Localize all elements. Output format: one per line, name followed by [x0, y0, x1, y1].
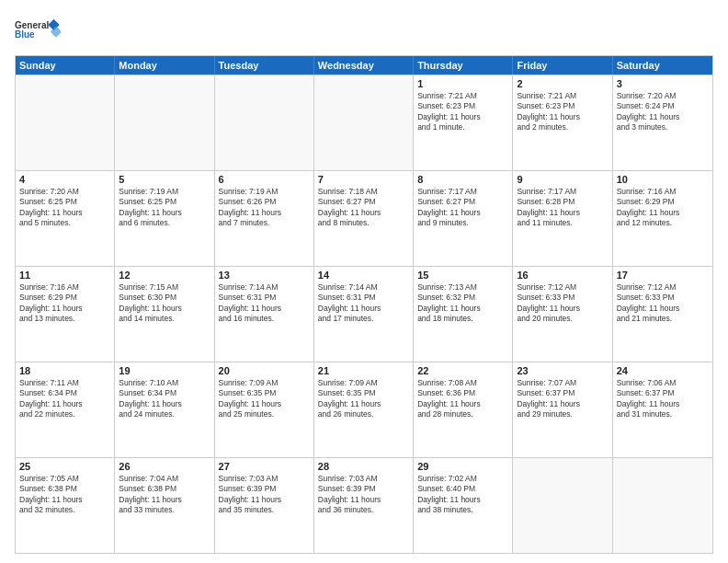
calendar-cell: 4Sunrise: 7:20 AM Sunset: 6:25 PM Daylig… — [16, 171, 115, 266]
calendar-cell: 9Sunrise: 7:17 AM Sunset: 6:28 PM Daylig… — [513, 171, 612, 266]
calendar-cell: 16Sunrise: 7:12 AM Sunset: 6:33 PM Dayli… — [513, 267, 612, 362]
calendar: SundayMondayTuesdayWednesdayThursdayFrid… — [15, 55, 713, 554]
calendar-cell: 27Sunrise: 7:03 AM Sunset: 6:39 PM Dayli… — [215, 458, 314, 553]
day-info: Sunrise: 7:17 AM Sunset: 6:28 PM Dayligh… — [517, 187, 608, 229]
day-number: 18 — [19, 365, 110, 376]
calendar-cell — [215, 75, 314, 170]
calendar-cell: 1Sunrise: 7:21 AM Sunset: 6:23 PM Daylig… — [414, 75, 513, 170]
calendar-row: 25Sunrise: 7:05 AM Sunset: 6:38 PM Dayli… — [16, 457, 712, 553]
calendar-row: 1Sunrise: 7:21 AM Sunset: 6:23 PM Daylig… — [16, 75, 712, 170]
day-number: 28 — [318, 461, 409, 472]
calendar-cell — [513, 458, 612, 553]
day-number: 23 — [517, 365, 608, 376]
calendar-cell: 10Sunrise: 7:16 AM Sunset: 6:29 PM Dayli… — [613, 171, 712, 266]
calendar-header-row: SundayMondayTuesdayWednesdayThursdayFrid… — [16, 56, 712, 75]
day-info: Sunrise: 7:11 AM Sunset: 6:34 PM Dayligh… — [19, 378, 110, 420]
calendar-cell — [613, 458, 712, 553]
day-info: Sunrise: 7:03 AM Sunset: 6:39 PM Dayligh… — [318, 474, 409, 516]
calendar-cell: 13Sunrise: 7:14 AM Sunset: 6:31 PM Dayli… — [215, 267, 314, 362]
calendar-header-cell: Tuesday — [215, 56, 314, 75]
calendar-body: 1Sunrise: 7:21 AM Sunset: 6:23 PM Daylig… — [16, 75, 712, 553]
day-info: Sunrise: 7:12 AM Sunset: 6:33 PM Dayligh… — [617, 282, 709, 325]
day-number: 15 — [417, 270, 508, 281]
day-number: 24 — [617, 365, 709, 376]
calendar-row: 4Sunrise: 7:20 AM Sunset: 6:25 PM Daylig… — [16, 170, 712, 266]
day-info: Sunrise: 7:20 AM Sunset: 6:24 PM Dayligh… — [617, 91, 709, 133]
day-info: Sunrise: 7:17 AM Sunset: 6:27 PM Dayligh… — [417, 187, 508, 229]
calendar-cell: 3Sunrise: 7:20 AM Sunset: 6:24 PM Daylig… — [613, 75, 712, 170]
day-number: 2 — [517, 78, 608, 89]
day-info: Sunrise: 7:18 AM Sunset: 6:27 PM Dayligh… — [318, 187, 409, 229]
day-info: Sunrise: 7:08 AM Sunset: 6:36 PM Dayligh… — [417, 378, 508, 420]
calendar-header-cell: Saturday — [613, 56, 712, 75]
calendar-cell: 12Sunrise: 7:15 AM Sunset: 6:30 PM Dayli… — [115, 267, 214, 362]
calendar-cell: 5Sunrise: 7:19 AM Sunset: 6:25 PM Daylig… — [115, 171, 214, 266]
calendar-cell: 28Sunrise: 7:03 AM Sunset: 6:39 PM Dayli… — [314, 458, 414, 553]
day-number: 26 — [119, 461, 210, 472]
calendar-cell: 17Sunrise: 7:12 AM Sunset: 6:33 PM Dayli… — [613, 267, 712, 362]
day-number: 6 — [219, 174, 310, 185]
logo: General Blue — [15, 11, 61, 48]
day-number: 27 — [219, 461, 310, 472]
day-info: Sunrise: 7:19 AM Sunset: 6:25 PM Dayligh… — [119, 187, 210, 229]
svg-text:General: General — [15, 20, 49, 30]
calendar-cell — [16, 75, 115, 170]
calendar-header-cell: Monday — [115, 56, 214, 75]
calendar-cell: 25Sunrise: 7:05 AM Sunset: 6:38 PM Dayli… — [16, 458, 115, 553]
day-number: 5 — [119, 174, 210, 185]
calendar-cell: 14Sunrise: 7:14 AM Sunset: 6:31 PM Dayli… — [314, 267, 414, 362]
calendar-cell: 20Sunrise: 7:09 AM Sunset: 6:35 PM Dayli… — [215, 362, 314, 457]
calendar-cell: 26Sunrise: 7:04 AM Sunset: 6:38 PM Dayli… — [115, 458, 214, 553]
day-info: Sunrise: 7:10 AM Sunset: 6:34 PM Dayligh… — [119, 378, 210, 420]
day-info: Sunrise: 7:09 AM Sunset: 6:35 PM Dayligh… — [318, 378, 409, 420]
day-number: 12 — [119, 270, 210, 281]
day-number: 13 — [219, 270, 310, 281]
calendar-cell: 7Sunrise: 7:18 AM Sunset: 6:27 PM Daylig… — [314, 171, 414, 266]
day-info: Sunrise: 7:12 AM Sunset: 6:33 PM Dayligh… — [517, 282, 608, 325]
day-info: Sunrise: 7:15 AM Sunset: 6:30 PM Dayligh… — [119, 282, 210, 325]
calendar-header-cell: Thursday — [414, 56, 513, 75]
day-info: Sunrise: 7:04 AM Sunset: 6:38 PM Dayligh… — [119, 474, 210, 516]
day-number: 8 — [417, 174, 508, 185]
day-info: Sunrise: 7:20 AM Sunset: 6:25 PM Dayligh… — [19, 187, 110, 229]
day-number: 21 — [318, 365, 409, 376]
day-info: Sunrise: 7:02 AM Sunset: 6:40 PM Dayligh… — [417, 474, 508, 516]
calendar-cell: 6Sunrise: 7:19 AM Sunset: 6:26 PM Daylig… — [215, 171, 314, 266]
calendar-row: 11Sunrise: 7:16 AM Sunset: 6:29 PM Dayli… — [16, 266, 712, 362]
day-info: Sunrise: 7:19 AM Sunset: 6:26 PM Dayligh… — [219, 187, 310, 229]
calendar-cell: 18Sunrise: 7:11 AM Sunset: 6:34 PM Dayli… — [16, 362, 115, 457]
day-info: Sunrise: 7:14 AM Sunset: 6:31 PM Dayligh… — [318, 282, 409, 325]
day-number: 7 — [318, 174, 409, 185]
calendar-cell — [314, 75, 414, 170]
day-number: 3 — [617, 78, 709, 89]
day-number: 19 — [119, 365, 210, 376]
svg-text:Blue: Blue — [15, 29, 35, 40]
calendar-row: 18Sunrise: 7:11 AM Sunset: 6:34 PM Dayli… — [16, 362, 712, 457]
day-number: 20 — [219, 365, 310, 376]
calendar-header-cell: Friday — [513, 56, 612, 75]
calendar-cell — [115, 75, 214, 170]
day-number: 22 — [417, 365, 508, 376]
day-number: 16 — [517, 270, 608, 281]
day-number: 4 — [19, 174, 110, 185]
day-info: Sunrise: 7:06 AM Sunset: 6:37 PM Dayligh… — [617, 378, 709, 420]
logo-svg: General Blue — [15, 11, 61, 48]
day-info: Sunrise: 7:14 AM Sunset: 6:31 PM Dayligh… — [219, 282, 310, 325]
day-number: 10 — [617, 174, 709, 185]
day-number: 14 — [318, 270, 409, 281]
calendar-cell: 15Sunrise: 7:13 AM Sunset: 6:32 PM Dayli… — [414, 267, 513, 362]
day-info: Sunrise: 7:07 AM Sunset: 6:37 PM Dayligh… — [517, 378, 608, 420]
calendar-cell: 11Sunrise: 7:16 AM Sunset: 6:29 PM Dayli… — [16, 267, 115, 362]
calendar-cell: 29Sunrise: 7:02 AM Sunset: 6:40 PM Dayli… — [414, 458, 513, 553]
day-number: 1 — [417, 78, 508, 89]
calendar-cell: 8Sunrise: 7:17 AM Sunset: 6:27 PM Daylig… — [414, 171, 513, 266]
calendar-cell: 19Sunrise: 7:10 AM Sunset: 6:34 PM Dayli… — [115, 362, 214, 457]
day-number: 11 — [19, 270, 110, 281]
day-number: 29 — [417, 461, 508, 472]
day-info: Sunrise: 7:16 AM Sunset: 6:29 PM Dayligh… — [617, 187, 709, 229]
day-info: Sunrise: 7:09 AM Sunset: 6:35 PM Dayligh… — [219, 378, 310, 420]
calendar-header-cell: Wednesday — [314, 56, 414, 75]
day-number: 25 — [19, 461, 110, 472]
day-number: 17 — [617, 270, 709, 281]
calendar-cell: 24Sunrise: 7:06 AM Sunset: 6:37 PM Dayli… — [613, 362, 712, 457]
